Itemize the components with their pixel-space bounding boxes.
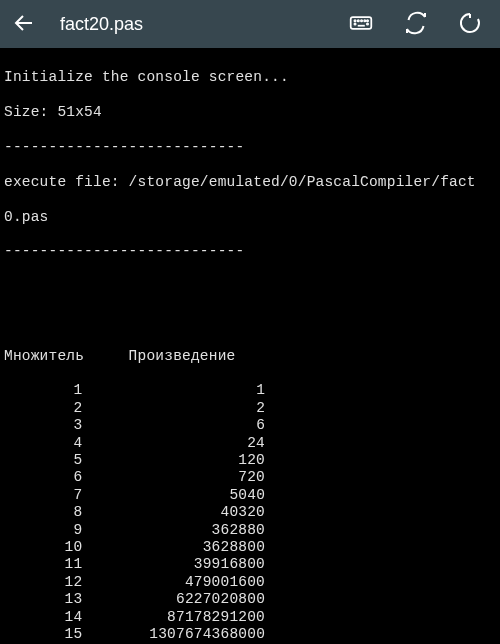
cell-product: 479001600 <box>82 574 265 591</box>
table-row: 36 <box>4 417 496 434</box>
cell-product: 39916800 <box>82 556 265 573</box>
keyboard-icon <box>348 10 374 39</box>
refresh-icon <box>458 11 482 38</box>
sync-icon <box>404 11 428 38</box>
refresh-button[interactable] <box>452 4 488 45</box>
svg-point-5 <box>364 20 365 21</box>
table-row: 840320 <box>4 504 496 521</box>
table-row: 75040 <box>4 487 496 504</box>
cell-product: 5040 <box>82 487 265 504</box>
cell-multiplier: 11 <box>4 556 82 573</box>
cell-multiplier: 4 <box>4 435 82 452</box>
table-body: 1122364245120672075040840320936288010362… <box>4 382 496 644</box>
cell-multiplier: 7 <box>4 487 82 504</box>
cell-multiplier: 8 <box>4 504 82 521</box>
table-row: 103628800 <box>4 539 496 556</box>
svg-point-3 <box>358 20 359 21</box>
cell-multiplier: 3 <box>4 417 82 434</box>
console-line: --------------------------- <box>4 139 496 156</box>
table-row: 136227020800 <box>4 591 496 608</box>
console-line: Size: 51x54 <box>4 104 496 121</box>
cell-product: 3628800 <box>82 539 265 556</box>
cell-product: 2 <box>82 400 265 417</box>
table-row: 1139916800 <box>4 556 496 573</box>
table-row: 11 <box>4 382 496 399</box>
console-line: Initialize the console screen... <box>4 69 496 86</box>
table-header: Множитель Произведение <box>4 348 496 365</box>
cell-multiplier: 2 <box>4 400 82 417</box>
cell-product: 87178291200 <box>82 609 265 626</box>
cell-product: 40320 <box>82 504 265 521</box>
console-line <box>4 313 496 330</box>
cell-multiplier: 13 <box>4 591 82 608</box>
arrow-left-icon <box>12 11 36 38</box>
table-row: 1487178291200 <box>4 609 496 626</box>
toolbar-actions <box>342 4 488 45</box>
page-title: fact20.pas <box>44 14 342 35</box>
cell-multiplier: 10 <box>4 539 82 556</box>
cell-multiplier: 9 <box>4 522 82 539</box>
cell-product: 6227020800 <box>82 591 265 608</box>
cell-multiplier: 5 <box>4 452 82 469</box>
table-row: 22 <box>4 400 496 417</box>
app-toolbar: fact20.pas <box>0 0 500 48</box>
console-output: Initialize the console screen... Size: 5… <box>0 48 500 644</box>
cell-product: 362880 <box>82 522 265 539</box>
cell-product: 1307674368000 <box>82 626 265 643</box>
console-line: 0.pas <box>4 209 496 226</box>
cell-product: 720 <box>82 469 265 486</box>
svg-point-2 <box>354 20 355 21</box>
table-row: 12479001600 <box>4 574 496 591</box>
svg-point-7 <box>354 23 355 24</box>
cell-multiplier: 1 <box>4 382 82 399</box>
cell-multiplier: 12 <box>4 574 82 591</box>
console-line: --------------------------- <box>4 243 496 260</box>
cell-product: 1 <box>82 382 265 399</box>
svg-point-6 <box>367 20 368 21</box>
table-row: 424 <box>4 435 496 452</box>
cell-multiplier: 14 <box>4 609 82 626</box>
cell-product: 6 <box>82 417 265 434</box>
table-row: 5120 <box>4 452 496 469</box>
sync-button[interactable] <box>398 4 434 45</box>
cell-multiplier: 15 <box>4 626 82 643</box>
svg-point-8 <box>367 23 368 24</box>
cell-product: 24 <box>82 435 265 452</box>
cell-product: 120 <box>82 452 265 469</box>
console-line <box>4 278 496 295</box>
console-line: execute file: /storage/emulated/0/Pascal… <box>4 174 496 191</box>
table-row: 9362880 <box>4 522 496 539</box>
keyboard-button[interactable] <box>342 4 380 45</box>
cell-multiplier: 6 <box>4 469 82 486</box>
back-button[interactable] <box>12 1 44 48</box>
table-row: 6720 <box>4 469 496 486</box>
table-row: 151307674368000 <box>4 626 496 643</box>
svg-point-4 <box>361 20 362 21</box>
